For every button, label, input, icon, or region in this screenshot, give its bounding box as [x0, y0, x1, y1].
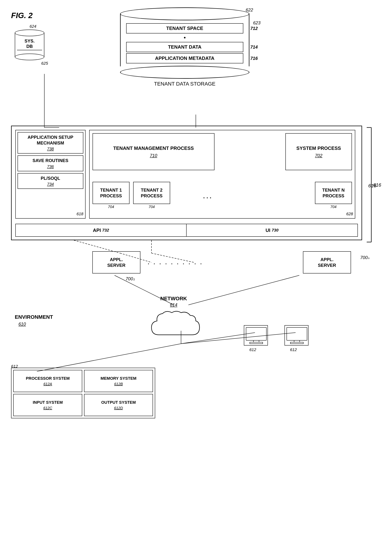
ui-label: UI: [266, 227, 270, 233]
server-ref-700-n: 700ₙ: [360, 255, 369, 260]
environment-label: ENVIRONMENT: [15, 314, 53, 320]
memory-system-title: MEMORY SYSTEM: [100, 376, 136, 381]
svg-rect-0: [246, 327, 266, 340]
svg-rect-3: [287, 327, 307, 340]
cylinder-top: [120, 8, 249, 20]
plsoql-ref: 734: [20, 182, 81, 187]
appl-server-right: APPL. SERVER: [303, 251, 351, 273]
sysdb-label-line2: DB: [26, 44, 33, 49]
appl-server-right-line1: APPL.: [321, 257, 334, 263]
tenant2-ref: 704: [148, 205, 155, 209]
tenantN-ref: 704: [330, 205, 336, 209]
terminal-icon-1: [244, 325, 268, 346]
processor-system-ref: 612A: [43, 382, 52, 386]
tenant-storage-area: 622 TENANT SPACE 712 • TENANT DATA 714 A…: [111, 8, 259, 87]
app-servers-area: APPL. SERVER . . . . . . . . . . APPL. S…: [37, 251, 351, 288]
sysdb-ref-624: 624: [30, 24, 44, 29]
memory-system-box: MEMORY SYSTEM 612B: [84, 370, 153, 392]
figure-label: FIG. 2: [11, 11, 33, 20]
tenantN-process-box: TENANT N PROCESS: [315, 182, 352, 204]
app-metadata-label: APPLICATION METADATA: [155, 55, 215, 61]
svg-rect-5: [290, 342, 303, 344]
appl-server-left-line1: APPL.: [110, 257, 123, 263]
system-process-inner-box: SYSTEM PROCESS 702: [285, 133, 352, 170]
appl-server-left-line2: SERVER: [107, 263, 125, 268]
tenant-space-ref: 712: [250, 26, 258, 31]
svg-rect-2: [250, 342, 263, 344]
tenant1-ref: 704: [108, 205, 114, 209]
tenant-data-label: TENANT DATA: [168, 44, 201, 50]
system-process-title: SYSTEM PROCESS: [296, 145, 341, 152]
network-label: NETWORK: [144, 296, 203, 301]
ref-628: 628: [346, 212, 353, 216]
environment-ref: 610: [18, 322, 26, 327]
system-process-ref: 702: [315, 153, 322, 158]
save-routines-box: SAVE ROUTINES 736: [17, 155, 83, 171]
tenant-space-box: TENANT SPACE 712: [126, 23, 243, 33]
cylinder-wrapper: TENANT SPACE 712 • TENANT DATA 714 APPLI…: [120, 8, 249, 79]
network-cloud-icon: [144, 309, 203, 342]
save-routines-title: SAVE ROUTINES: [32, 158, 68, 163]
sysdb-area: 624 SYS. DB 625: [15, 24, 44, 60]
network-ref: 614: [144, 302, 203, 308]
diagram-container: FIG. 2 624 SYS. DB 625 622 TENANT SPA: [0, 0, 392, 556]
output-system-ref: 612D: [114, 406, 123, 410]
api-section: API 732: [16, 224, 187, 236]
client-terminal-1-ref: 612: [249, 348, 256, 352]
tenant2-process-box: TENANT 2 PROCESS: [133, 182, 170, 204]
storage-ref-623: 623: [253, 20, 261, 25]
tenant1-title: TENANT 1 PROCESS: [93, 187, 129, 199]
tenant-dots: . . .: [174, 191, 241, 200]
svg-rect-4: [294, 340, 300, 342]
bottom-system-outer-box: PROCESSOR SYSTEM 612A MEMORY SYSTEM 612B…: [11, 368, 155, 418]
server-ref-700-1: 700₁: [126, 276, 135, 281]
sysdb-bottom: [15, 54, 44, 60]
tenantN-title: TENANT N PROCESS: [315, 187, 352, 199]
tenant2-title: TENANT 2 PROCESS: [134, 187, 170, 199]
tenant-storage-label: TENANT DATA STORAGE: [111, 81, 259, 87]
processor-system-box: PROCESSOR SYSTEM 612A: [13, 370, 82, 392]
processor-system-title: PROCESSOR SYSTEM: [26, 376, 70, 381]
sysdb-cylinder: SYS. DB 625: [15, 30, 44, 60]
save-routines-ref: 736: [20, 164, 81, 169]
ui-ref: 730: [272, 228, 279, 233]
client-terminal-2-ref: 612: [290, 348, 297, 352]
memory-system-ref: 612B: [114, 382, 123, 386]
input-system-ref: 612C: [43, 406, 52, 410]
app-setup-mechanism-box: APPLICATION SETUP MECHANISM 738: [17, 132, 83, 154]
client-terminal-1: [244, 325, 268, 346]
ui-section: UI 730: [187, 224, 357, 236]
tenant-data-ref: 714: [250, 45, 258, 50]
terminal-icon-2: [285, 325, 309, 346]
api-ui-bar: API 732 UI 730: [15, 224, 358, 237]
bottom-system-grid: PROCESSOR SYSTEM 612A MEMORY SYSTEM 612B…: [13, 370, 153, 416]
plsoql-box: PL/SOQL 734: [17, 173, 83, 189]
appl-server-left: APPL. SERVER: [92, 251, 140, 273]
main-server-box: APPLICATION SETUP MECHANISM 738 SAVE ROU…: [11, 126, 362, 240]
plsoql-title: PL/SOQL: [41, 176, 60, 181]
cylinder-body: TENANT SPACE 712 • TENANT DATA 714 APPLI…: [120, 14, 249, 66]
tenant-mgmt-ref: 710: [150, 153, 157, 158]
client-terminal-2: [284, 325, 308, 346]
api-ref: 732: [102, 228, 109, 233]
app-metadata-ref: 716: [250, 56, 258, 61]
network-area: NETWORK 614: [144, 296, 203, 343]
sysdb-top: [15, 30, 44, 36]
app-setup-box-618: APPLICATION SETUP MECHANISM 738 SAVE ROU…: [15, 130, 85, 219]
cylinder-dots: •: [121, 35, 249, 41]
server-dots: . . . . . . . . . .: [148, 260, 203, 265]
svg-rect-1: [254, 340, 259, 342]
app-setup-title: APPLICATION SETUP MECHANISM: [28, 135, 73, 146]
app-setup-ref: 738: [20, 147, 81, 151]
tenant1-process-box: TENANT 1 PROCESS: [92, 182, 130, 204]
input-system-box: INPUT SYSTEM 612C: [13, 394, 82, 416]
input-system-title: INPUT SYSTEM: [33, 400, 63, 405]
sysdb-ref-625: 625: [41, 61, 48, 66]
server-ref-616: 616: [368, 183, 376, 189]
tenant-mgmt-inner-box: TENANT MANAGEMENT PROCESS 710: [92, 133, 215, 170]
output-system-title: OUTPUT SYSTEM: [101, 400, 136, 405]
tenant-data-box: TENANT DATA 714: [126, 42, 243, 52]
sysdb-body: SYS. DB: [15, 33, 44, 57]
cylinder-bottom-edge: [120, 66, 249, 79]
sysdb-label-line1: SYS.: [24, 39, 35, 43]
